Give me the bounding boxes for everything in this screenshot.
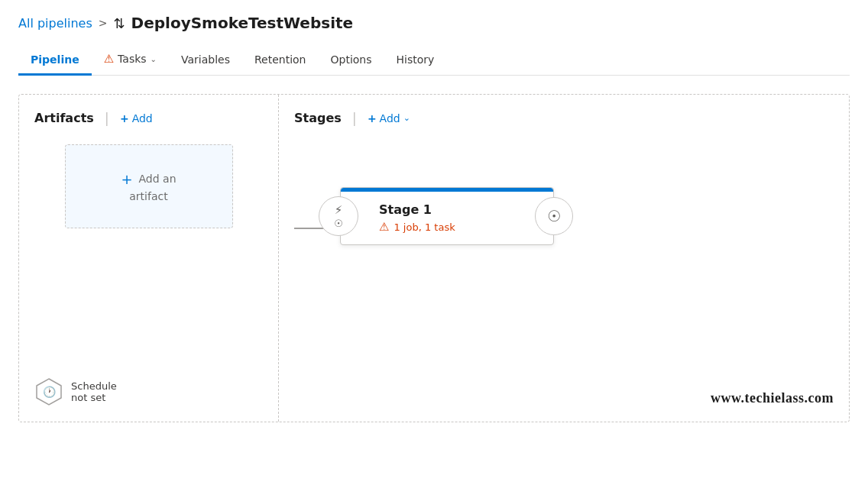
schedule-label: Schedule — [71, 380, 117, 392]
pipeline-canvas: Artifacts | + Add + Add an artifact — [18, 94, 850, 422]
stage-name: Stage 1 — [379, 202, 541, 217]
stages-header: Stages | + Add ⌄ — [294, 110, 834, 126]
tasks-dropdown-icon: ⌄ — [151, 55, 157, 63]
stage-tasks: ⚠ 1 job, 1 task — [379, 220, 541, 234]
stage-card[interactable]: Stage 1 ⚠ 1 job, 1 task ☉ — [340, 187, 554, 245]
tab-retention[interactable]: Retention — [242, 46, 319, 76]
pre-deployment-icon[interactable]: ⚡ ☉ — [319, 196, 358, 236]
breadcrumb: All pipelines > ⇅ DeploySmokeTestWebsite — [18, 14, 850, 32]
tab-tasks[interactable]: ⚠ Tasks ⌄ — [92, 44, 169, 76]
add-artifact-link[interactable]: + Add — [120, 112, 153, 124]
add-artifact-box[interactable]: + Add an artifact — [65, 144, 233, 228]
svg-text:🕐: 🕐 — [43, 386, 57, 399]
schedule-hex-icon: 🕐 — [34, 377, 63, 406]
add-artifact-inline-plus: + — [121, 171, 132, 187]
add-artifact-line1: Add an — [139, 173, 177, 185]
artifacts-title: Artifacts — [34, 111, 94, 125]
pre-person-icon: ☉ — [334, 218, 343, 229]
tab-pipeline[interactable]: Pipeline — [18, 46, 92, 76]
add-artifact-text: + Add an — [121, 171, 176, 187]
stages-divider: | — [352, 110, 357, 126]
schedule-row[interactable]: 🕐 Schedule not set — [34, 377, 117, 406]
post-person-icon: ☉ — [547, 207, 561, 225]
artifacts-header: Artifacts | + Add — [34, 110, 263, 126]
breadcrumb-separator: > — [99, 17, 108, 29]
main-content: Artifacts | + Add + Add an artifact — [0, 76, 868, 441]
schedule-sublabel: not set — [71, 392, 117, 403]
stages-title: Stages — [294, 111, 342, 125]
stage-tasks-text: 1 job, 1 task — [394, 221, 455, 233]
pipeline-name: DeploySmokeTestWebsite — [131, 14, 354, 32]
tab-history[interactable]: History — [384, 46, 447, 76]
tab-variables[interactable]: Variables — [169, 46, 242, 76]
lightning-icon: ⚡ — [335, 203, 343, 217]
stage-card-body: Stage 1 ⚠ 1 job, 1 task — [341, 192, 553, 244]
add-artifact-inner: + Add an artifact — [121, 171, 176, 202]
artifacts-panel: Artifacts | + Add + Add an artifact — [19, 95, 279, 422]
stage-warning-icon: ⚠ — [379, 220, 389, 234]
add-artifact-plus-icon: + — [120, 112, 129, 124]
stages-panel: Stages | + Add ⌄ ⚡ ☉ — [279, 95, 849, 422]
breadcrumb-all-pipelines[interactable]: All pipelines — [18, 16, 92, 31]
schedule-text: Schedule not set — [71, 380, 117, 403]
artifacts-divider: | — [105, 110, 109, 126]
tasks-warning-icon: ⚠ — [104, 52, 114, 66]
watermark: www.techielass.com — [711, 390, 834, 406]
hex-svg: 🕐 — [34, 377, 63, 406]
tabs-row: Pipeline ⚠ Tasks ⌄ Variables Retention O… — [18, 44, 850, 76]
add-artifact-line2: artifact — [129, 190, 167, 202]
post-deployment-icon[interactable]: ☉ — [535, 197, 573, 235]
stage-container: ⚡ ☉ Stage 1 ⚠ 1 job, 1 task — [340, 187, 834, 245]
add-stage-link[interactable]: + Add ⌄ — [368, 112, 410, 124]
pipeline-type-icon: ⇅ — [113, 15, 125, 31]
tab-options[interactable]: Options — [319, 46, 384, 76]
add-stage-plus-icon: + — [368, 112, 377, 124]
add-stage-chevron-icon: ⌄ — [403, 113, 410, 123]
